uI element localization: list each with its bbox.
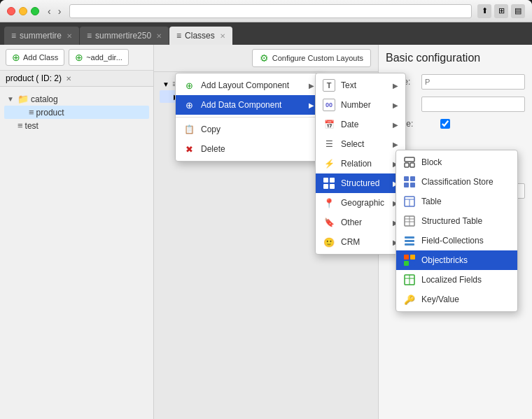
traffic-lights xyxy=(7,7,39,15)
menu-field-collections[interactable]: Field-Collections xyxy=(396,231,517,250)
select-arrow: ▶ xyxy=(393,141,398,148)
copy-icon: 📋 xyxy=(183,123,195,136)
tab-summertire[interactable]: ≡ summertire ✕ xyxy=(4,27,79,45)
menu-date[interactable]: 📅 Date ▶ xyxy=(316,115,405,134)
menu-classification-store[interactable]: Classification Store xyxy=(396,172,517,192)
geographic-label: Geographic xyxy=(341,198,384,208)
tab-close-summertire[interactable]: ✕ xyxy=(66,32,72,40)
localized-svg xyxy=(404,274,415,285)
new-tab-btn[interactable]: ⊞ xyxy=(494,4,508,18)
context-menu-l2: T Text ▶ 00 Number ▶ 📅 Date ▶ xyxy=(315,73,406,255)
menu-add-layout[interactable]: ⊕ Add Layout Component ▶ xyxy=(176,76,321,95)
classif-svg xyxy=(404,176,415,187)
menu-geographic[interactable]: 📍 Geographic ▶ xyxy=(316,193,405,213)
field2-input[interactable] xyxy=(421,97,525,112)
expand-icon-catalog: ▼ xyxy=(7,95,15,103)
add-dir-label: ~add_dir... xyxy=(86,53,122,62)
sidebar-item-product[interactable]: ≡ product xyxy=(4,106,149,119)
context-menu-l3: Block Classification Store xyxy=(396,150,518,312)
menu-add-data[interactable]: ⊕ Add Data Component ▶ xyxy=(176,95,321,115)
structured-table-icon xyxy=(403,215,416,227)
date-label: Date xyxy=(341,120,358,129)
add-class-label: Add Class xyxy=(23,53,58,62)
text-label: Text xyxy=(341,80,356,90)
number-label: Number xyxy=(341,100,371,110)
sidebar-toggle-btn[interactable]: ▤ xyxy=(511,4,525,18)
menu-localized-fields[interactable]: Localized Fields xyxy=(396,270,517,290)
svg-rect-9 xyxy=(404,183,409,187)
share-btn[interactable]: ⬆ xyxy=(477,4,491,18)
sidebar-item-catalog[interactable]: ▼ 📁 catalog xyxy=(4,92,149,106)
menu-delete[interactable]: ✖ Delete xyxy=(176,139,321,159)
geographic-icon: 📍 xyxy=(323,197,335,209)
table-svg xyxy=(404,196,415,207)
menu-table[interactable]: Table xyxy=(396,192,517,211)
tab-close-classes[interactable]: ✕ xyxy=(220,32,225,40)
menu-select[interactable]: ☰ Select ▶ xyxy=(316,134,405,154)
add-class-icon: ⊕ xyxy=(12,52,20,63)
product-tab-close[interactable]: ✕ xyxy=(66,75,71,83)
tab-label-summertire250: summertire250 xyxy=(95,31,151,41)
svg-rect-7 xyxy=(404,176,409,181)
add-class-button[interactable]: ⊕ Add Class xyxy=(6,49,64,66)
maximize-window-btn[interactable] xyxy=(31,7,39,15)
block-label: Block xyxy=(421,157,442,167)
address-input[interactable] xyxy=(69,4,472,18)
menu-sep-1 xyxy=(176,117,321,118)
inheritance-checkbox[interactable] xyxy=(440,119,450,129)
field-collections-label: Field-Collections xyxy=(421,236,484,246)
crm-label: CRM xyxy=(341,237,360,247)
menu-text[interactable]: T Text ▶ xyxy=(316,76,405,95)
tab-icon-classes: ≡ xyxy=(176,31,181,41)
add-dir-button[interactable]: ⊕ ~add_dir... xyxy=(69,49,129,66)
svg-rect-6 xyxy=(410,163,414,167)
configure-layouts-button[interactable]: ⚙ Configure Custom Layouts xyxy=(252,49,371,67)
menu-crm[interactable]: 🙂 CRM ▶ xyxy=(316,232,405,252)
svg-rect-21 xyxy=(404,255,409,260)
tab-close-summertire250[interactable]: ✕ xyxy=(156,32,162,40)
key-value-icon: 🔑 xyxy=(403,293,416,306)
number-arrow: ▶ xyxy=(393,101,398,109)
sidebar-toolbar: ⊕ Add Class ⊕ ~add_dir... xyxy=(0,45,153,71)
add-layout-label: Add Layout Component xyxy=(201,80,289,90)
sidebar: ⊕ Add Class ⊕ ~add_dir... product ( ID: … xyxy=(0,45,154,419)
menu-key-value[interactable]: 🔑 Key/Value xyxy=(396,290,517,309)
table-icon xyxy=(403,195,416,208)
menu-structured-table[interactable]: Structured Table xyxy=(396,211,517,231)
select-icon: ☰ xyxy=(323,138,335,150)
svg-rect-22 xyxy=(410,255,415,260)
product-tab[interactable]: product ( ID: 2) xyxy=(6,73,62,83)
svg-rect-5 xyxy=(405,163,409,167)
menu-relation[interactable]: ⚡ Relation ▶ xyxy=(316,154,405,173)
back-btn[interactable]: ‹ xyxy=(45,4,54,18)
menu-copy[interactable]: 📋 Copy xyxy=(176,120,321,139)
sub-main-panel: ⚙ Configure Custom Layouts ▼ ≡ Base ▶ ≡ … xyxy=(154,45,378,419)
config-title: Basic configuration xyxy=(386,52,525,64)
tab-summertire250[interactable]: ≡ summertire250 ✕ xyxy=(80,27,169,45)
forward-btn[interactable]: › xyxy=(55,4,64,18)
minimize-window-btn[interactable] xyxy=(19,7,27,15)
menu-structured[interactable]: Structured ▶ xyxy=(316,173,405,193)
svg-rect-23 xyxy=(404,261,409,266)
tab-label-classes: Classes xyxy=(185,31,215,41)
delete-icon: ✖ xyxy=(183,143,195,155)
menu-objectbricks[interactable]: Objectbricks xyxy=(396,250,517,270)
crm-icon: 🙂 xyxy=(323,236,335,248)
tab-classes[interactable]: ≡ Classes ✕ xyxy=(169,27,232,45)
name-input[interactable] xyxy=(421,74,525,90)
relation-icon: ⚡ xyxy=(323,157,335,170)
tab-icon-summertire250: ≡ xyxy=(87,31,92,41)
menu-other[interactable]: 🔖 Other ▶ xyxy=(316,213,405,232)
localized-fields-icon xyxy=(403,274,416,286)
menu-number[interactable]: 00 Number ▶ xyxy=(316,95,405,115)
menu-block[interactable]: Block xyxy=(396,152,517,172)
svg-rect-3 xyxy=(330,184,335,189)
product-tab-bar: product ( ID: 2) ✕ xyxy=(0,71,153,87)
add-data-icon: ⊕ xyxy=(183,99,195,111)
catalog-label: catalog xyxy=(31,94,58,104)
sidebar-item-test[interactable]: ≡ test xyxy=(4,119,149,132)
close-window-btn[interactable] xyxy=(7,7,15,15)
classification-store-icon xyxy=(403,176,416,188)
objectbricks-icon xyxy=(403,254,416,267)
field-collections-icon xyxy=(403,234,416,247)
